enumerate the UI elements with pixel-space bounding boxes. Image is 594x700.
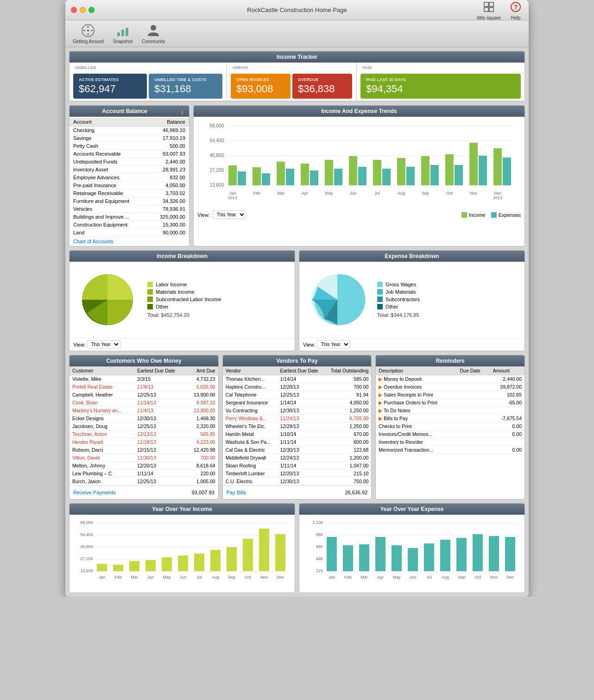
customer-amount: 2,320.00 [186,423,218,430]
svg-rect-32 [373,160,381,185]
customer-col: Customer [70,366,134,375]
customer-name: Burch, Jason [70,478,134,486]
account-balance-table: Account Balance Checking46,969.10Savings… [70,118,189,237]
svg-rect-120 [505,537,515,571]
svg-text:220: 220 [316,568,323,573]
svg-rect-86 [275,534,285,571]
customer-name: Lew Plumbing – C [70,470,134,478]
subcontracted-income-label: Subcontracted Labor Income [156,296,221,302]
job-materials-color [377,289,383,295]
vendor-due-date: 12/29/13 [277,423,324,430]
total-outstanding-col: Total Outstanding [324,366,371,375]
expense-view-select[interactable]: This Year [317,340,350,349]
svg-rect-40 [286,169,294,185]
svg-rect-80 [178,555,188,571]
customer-due-date: 1/11/14 [134,470,186,478]
other-income-color [147,304,153,309]
expense-total: Total: $344,176.85 [377,312,519,318]
reminder-due-date [457,383,490,391]
svg-rect-0 [484,2,488,6]
receive-payments-link[interactable]: Receive Payments [73,488,116,497]
income-legend-other: Other [147,304,289,309]
vendor-row: Sergeant Insurance1/14/144,050.00 [223,399,372,407]
svg-rect-47 [455,165,463,185]
svg-rect-33 [397,158,405,185]
svg-rect-39 [262,173,270,185]
customer-row: Burch, Jason12/25/131,005.00 [70,478,218,486]
svg-text:Mar: Mar [360,575,368,580]
close-button[interactable] [71,7,77,13]
svg-text:May: May [325,191,333,195]
vendor-row: C.U. Electric12/30/13750.00 [223,478,372,486]
account-row: Checking46,969.10 [70,126,189,134]
svg-rect-43 [358,167,367,185]
vendor-row: Vu Contracting12/30/131,250.00 [223,407,372,415]
pay-bills-link[interactable]: Pay Bills [227,488,246,497]
income-tracker-panel: Income Tracker UNBILLED ACTIVE ESTIMATES… [69,51,525,101]
vendor-due-date: 12/30/13 [277,407,324,415]
customer-name: Vitton, David [70,454,134,462]
window-controls [71,7,95,13]
income-view-select[interactable]: This Year [87,340,120,349]
amount-col: Amount [490,366,524,375]
account-balance: 34,326.00 [148,197,189,205]
unpaid-label: UNPAID [227,65,356,72]
little-square-button[interactable]: little-square [477,0,501,20]
svg-rect-79 [162,557,172,571]
customer-amount: 13,900.00 [186,391,218,399]
customer-name: Campbell, Heather [70,391,134,399]
vendor-due-date: 1/11/14 [277,438,324,446]
svg-text:Oct: Oct [446,191,453,195]
vendor-name: Perry Windows &... [223,415,278,423]
maximize-button[interactable] [88,7,95,13]
vendor-name: Hopkins Constru... [223,383,278,391]
svg-rect-35 [445,154,454,185]
reminder-amount [490,438,524,446]
svg-text:?: ? [514,3,518,11]
snapshot-label: Snapshot [113,39,133,44]
help-button[interactable]: ? Help [508,0,523,20]
svg-text:Feb: Feb [344,575,352,580]
customer-name: Ecker Designs [70,415,134,423]
customer-due-date: 12/25/13 [134,423,186,430]
reminder-row: ▶ Purchase Orders to Print-65.00 [376,399,524,407]
svg-rect-46 [430,165,439,185]
customer-due-date: 12/20/13 [134,462,186,470]
income-expense-trends-panel: Income And Expense Trends 68,000 54,400 … [193,105,525,246]
reminder-due-date [457,415,490,423]
vendor-row: Cal Gas & Electric12/30/13122.68 [223,446,372,454]
svg-text:May: May [163,575,171,580]
account-row: Accounts Receivable93,007.93 [70,150,189,158]
chart-of-accounts-link[interactable]: Chart of Accounts [70,237,117,246]
toolbar-community[interactable]: Community [142,23,165,44]
customer-row: Melton, Johnny12/20/138,618.64 [70,462,218,470]
vendor-name: Middlefield Drywall [223,454,278,462]
customer-due-date: 12/30/13 [134,415,186,423]
view-select[interactable]: This Year [213,210,246,219]
main-window: RockCastle Construction Home Page little… [65,0,529,597]
customer-row: Campbell, Heather12/25/1313,900.00 [70,391,218,399]
reminder-amount: 0.00 [490,446,524,454]
svg-rect-111 [359,544,369,571]
little-square-label: little-square [477,15,501,20]
yoy-income-chart-area: 68,000 54,400 40,800 27,200 13,600 [70,515,295,593]
vendor-due-date: 1/10/14 [277,430,324,438]
customer-amount: 1,005.00 [186,478,218,486]
income-legend-subcontracted: Subcontracted Labor Income [147,296,289,302]
yoy-expense-chart: 1,100 880 660 440 220 [303,518,521,588]
unbilled-time-label: UNBILLED TIME & COSTS [154,77,217,82]
minimize-button[interactable] [80,7,86,13]
vendor-due-date: 1/11/14 [277,462,324,470]
toolbar-getting-around[interactable]: Getting Around [73,23,104,44]
account-balance: 325,000.00 [148,213,189,221]
customer-row: Teschner, Anton12/13/13565.95 [70,430,218,438]
account-row: Petty Cash500.00 [70,142,189,150]
svg-text:Jan: Jan [329,575,335,580]
info-icon[interactable]: ℹ [181,110,183,116]
toolbar-snapshot[interactable]: Snapshot [113,23,133,44]
vendor-due-date: 12/20/13 [277,470,324,478]
trends-controls: View: This Year Income Expenses [194,208,524,221]
svg-rect-84 [243,539,253,571]
vendor-amount: 700.00 [324,383,371,391]
reminder-description: Invoices/Credit Memos... [376,430,457,438]
